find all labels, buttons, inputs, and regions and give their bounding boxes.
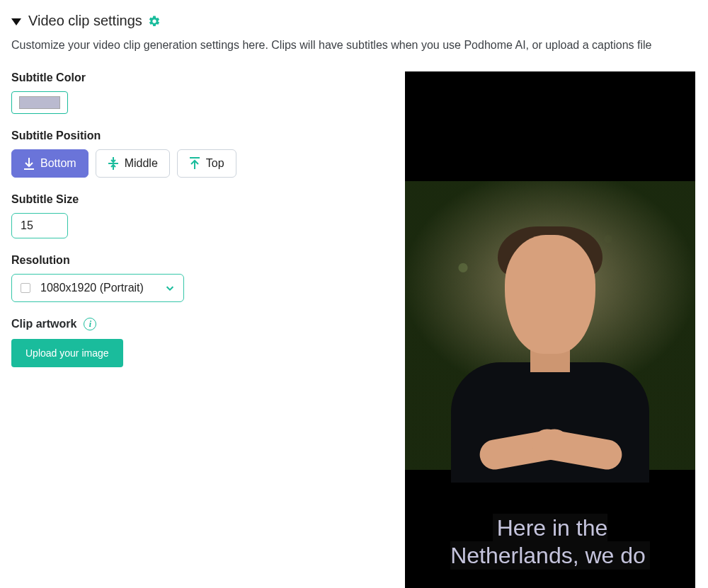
upload-image-button[interactable]: Upload your image: [11, 339, 123, 367]
person-illustration: [451, 222, 649, 470]
video-frame: [405, 181, 695, 470]
aspect-portait-icon: [21, 283, 30, 293]
position-top-button[interactable]: Top: [177, 149, 236, 178]
section-description: Customize your video clip generation set…: [11, 39, 697, 52]
align-bottom-icon: [23, 157, 35, 170]
resolution-label: Resolution: [11, 254, 379, 267]
video-preview: Here in the Netherlands, we do: [405, 71, 695, 588]
section-header: Video clip settings: [11, 13, 697, 29]
page-title: Video clip settings: [28, 13, 142, 29]
position-bottom-button[interactable]: Bottom: [11, 149, 88, 178]
subtitle-size-label: Subtitle Size: [11, 193, 379, 206]
subtitle-color-swatch: [19, 96, 60, 109]
gear-icon[interactable]: [148, 15, 161, 28]
subtitle-position-label: Subtitle Position: [11, 129, 379, 142]
subtitle-text: Here in the Netherlands, we do: [450, 514, 650, 570]
subtitle-position-group: Bottom Middle Top: [11, 149, 379, 178]
chevron-down-icon: [165, 283, 175, 293]
settings-panel: Subtitle Color Subtitle Position Bottom: [11, 71, 379, 383]
subtitle-size-input[interactable]: [11, 213, 68, 238]
align-top-icon: [189, 157, 200, 170]
position-middle-label: Middle: [125, 157, 158, 170]
info-icon[interactable]: i: [84, 318, 96, 330]
subtitle-color-label: Subtitle Color: [11, 71, 379, 84]
collapse-caret-icon[interactable]: [11, 18, 21, 25]
resolution-selected-text: 1080x1920 (Portrait): [40, 282, 144, 294]
subtitle-color-picker[interactable]: [11, 91, 68, 114]
clip-artwork-label: Clip artwork: [11, 318, 76, 330]
subtitle-overlay: Here in the Netherlands, we do: [405, 514, 695, 570]
position-middle-button[interactable]: Middle: [96, 149, 170, 178]
resolution-select[interactable]: 1080x1920 (Portrait): [11, 274, 184, 302]
position-top-label: Top: [206, 157, 224, 170]
align-middle-icon: [108, 157, 119, 170]
position-bottom-label: Bottom: [40, 157, 76, 170]
